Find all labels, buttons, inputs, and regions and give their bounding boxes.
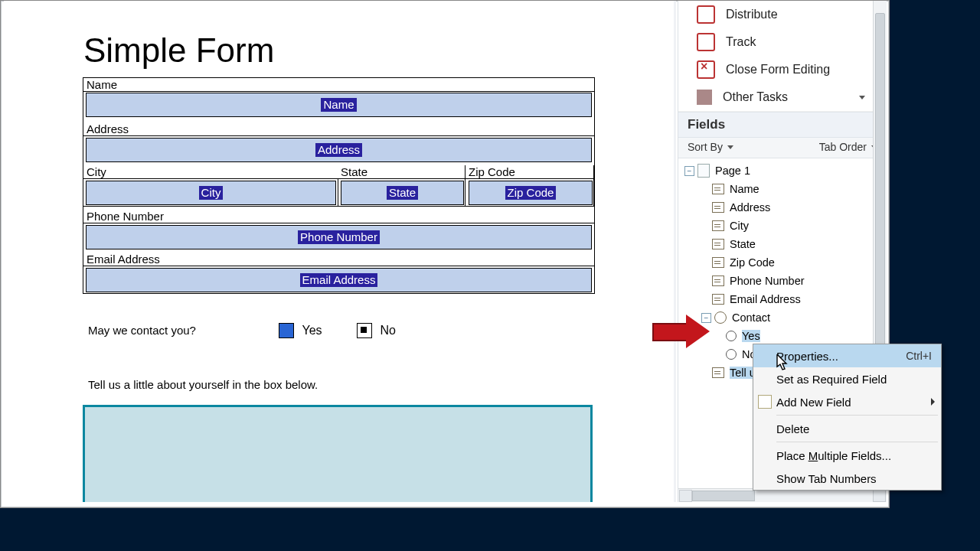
address-label: Address bbox=[87, 122, 129, 135]
sort-by-button[interactable]: Sort By bbox=[688, 141, 733, 153]
tree-field-label: Address bbox=[730, 201, 770, 214]
close-form-editing-button[interactable]: Close Form Editing bbox=[678, 56, 887, 83]
tree-field-label: Email Address bbox=[730, 293, 801, 305]
state-label-cell: State bbox=[338, 165, 466, 179]
tree-field-label: Name bbox=[730, 183, 760, 195]
hscroll-left-button[interactable] bbox=[679, 490, 692, 502]
text-field-icon bbox=[712, 239, 724, 249]
distribute-button[interactable]: Distribute bbox=[678, 1, 887, 28]
address-label-cell: Address bbox=[83, 122, 595, 136]
address-field-tag: Address bbox=[315, 143, 362, 157]
address-field[interactable]: Address bbox=[86, 138, 592, 162]
radio-no-label: No bbox=[380, 324, 395, 337]
tree-field-label: State bbox=[730, 238, 756, 250]
radio-no[interactable]: No bbox=[357, 323, 396, 338]
menu-delete-label: Delete bbox=[776, 422, 809, 435]
tree-page-label: Page 1 bbox=[715, 165, 750, 177]
text-field-icon bbox=[712, 294, 724, 305]
name-field-tag: Name bbox=[321, 98, 356, 112]
radio-yes-icon bbox=[279, 323, 294, 338]
tree-field-label: Zip Code bbox=[730, 256, 775, 269]
tab-order-button[interactable]: Tab Order bbox=[819, 141, 877, 153]
tree-page[interactable]: − Page 1 bbox=[678, 161, 887, 180]
zip-field-cell bbox=[466, 178, 594, 207]
menu-properties-label: Properties... bbox=[776, 350, 838, 363]
radio-icon bbox=[726, 331, 737, 341]
close-form-label: Close Form Editing bbox=[726, 63, 830, 77]
track-icon bbox=[697, 33, 715, 51]
menu-separator bbox=[776, 442, 938, 442]
text-field-icon bbox=[712, 202, 724, 213]
collapse-icon[interactable]: − bbox=[684, 166, 694, 176]
tree-yes-label: Yes bbox=[742, 330, 760, 342]
phone-label-cell: Phone Number bbox=[83, 210, 595, 223]
tree-contact[interactable]: − Contact bbox=[678, 308, 887, 327]
panel-divider[interactable] bbox=[674, 1, 676, 502]
tree-contact-label: Contact bbox=[732, 311, 770, 324]
chevron-down-icon bbox=[859, 96, 865, 99]
hscroll-thumb[interactable] bbox=[692, 491, 755, 501]
menu-add-new-field[interactable]: Add New Field bbox=[753, 390, 941, 413]
contact-question: May we contact you? bbox=[88, 324, 196, 337]
text-field-icon bbox=[712, 184, 724, 194]
menu-separator bbox=[776, 415, 938, 416]
menu-set-required-label: Set as Required Field bbox=[776, 373, 887, 386]
menu-show-tab-numbers[interactable]: Show Tab Numbers bbox=[753, 467, 941, 490]
tree-field-label: Phone Number bbox=[730, 275, 805, 287]
chevron-down-icon bbox=[727, 145, 733, 149]
toolbox-icon bbox=[697, 90, 712, 105]
about-textarea[interactable] bbox=[83, 405, 593, 502]
other-tasks-label: Other Tasks bbox=[723, 90, 788, 104]
menu-place-multiple[interactable]: Place Multiple Fields... bbox=[753, 444, 941, 467]
track-label: Track bbox=[726, 35, 756, 49]
menu-properties-shortcut: Ctrl+I bbox=[906, 350, 932, 362]
tree-field[interactable]: State bbox=[678, 235, 887, 253]
email-label: Email Address bbox=[87, 253, 160, 266]
state-field-cell bbox=[338, 178, 466, 207]
fields-header: Fields bbox=[678, 112, 887, 138]
tree-field[interactable]: Zip Code bbox=[678, 253, 887, 272]
collapse-icon[interactable]: − bbox=[701, 313, 711, 323]
tree-yes[interactable]: Yes bbox=[678, 327, 887, 345]
add-field-icon bbox=[758, 395, 772, 409]
hscroll-right-button[interactable] bbox=[873, 490, 886, 502]
tree-field[interactable]: Name bbox=[678, 180, 887, 198]
about-label: Tell us a little about yourself in the b… bbox=[88, 378, 318, 391]
menu-place-multiple-label: Place Multiple Fields... bbox=[776, 449, 891, 462]
close-form-icon bbox=[697, 60, 715, 79]
radio-group-icon bbox=[714, 311, 727, 324]
tab-order-label: Tab Order bbox=[819, 141, 867, 153]
zip-label-cell: Zip Code bbox=[466, 165, 594, 179]
radio-icon bbox=[726, 349, 737, 360]
form-title: Simple Form bbox=[83, 31, 274, 70]
radio-yes-label: Yes bbox=[302, 324, 322, 337]
track-button[interactable]: Track bbox=[678, 28, 887, 56]
menu-delete[interactable]: Delete bbox=[753, 417, 941, 440]
document-area: Simple Form Name Name Address Address bbox=[4, 1, 675, 502]
distribute-icon bbox=[697, 5, 715, 24]
text-field-icon bbox=[712, 276, 724, 286]
menu-show-tab-numbers-label: Show Tab Numbers bbox=[776, 472, 877, 485]
distribute-label: Distribute bbox=[726, 8, 778, 21]
tree-field[interactable]: Address bbox=[678, 198, 887, 217]
text-field-icon bbox=[712, 367, 724, 378]
phone-label: Phone Number bbox=[87, 210, 164, 223]
email-field-cell bbox=[83, 266, 595, 294]
phone-field-tag: Phone Number bbox=[298, 230, 380, 244]
city-field-cell bbox=[83, 178, 338, 207]
menu-set-required[interactable]: Set as Required Field bbox=[753, 367, 941, 390]
tree-field[interactable]: Email Address bbox=[678, 290, 887, 308]
city-label-cell: City bbox=[83, 165, 338, 179]
name-field[interactable]: Name bbox=[86, 93, 592, 117]
submenu-arrow-icon bbox=[931, 398, 935, 406]
state-label: State bbox=[341, 165, 368, 178]
tree-field[interactable]: City bbox=[678, 217, 887, 235]
tree-field[interactable]: Phone Number bbox=[678, 272, 887, 290]
name-label: Name bbox=[87, 78, 117, 91]
other-tasks-button[interactable]: Other Tasks bbox=[678, 83, 887, 112]
menu-properties[interactable]: Properties... Ctrl+I bbox=[753, 344, 941, 367]
text-field-icon bbox=[712, 220, 724, 231]
phone-field[interactable]: Phone Number bbox=[86, 225, 592, 249]
radio-yes[interactable]: Yes bbox=[279, 323, 322, 338]
name-label-cell: Name bbox=[83, 77, 595, 92]
